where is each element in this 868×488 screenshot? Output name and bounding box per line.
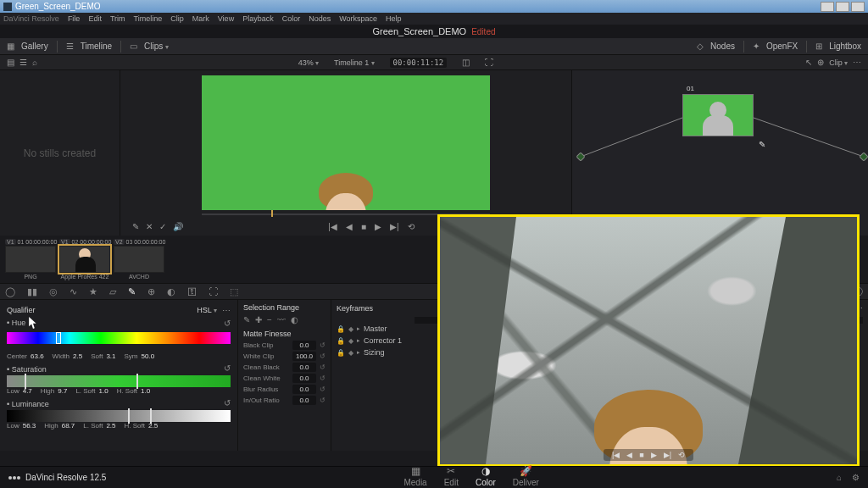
nodes-toggle[interactable]: Nodes (710, 42, 735, 51)
node-clip-dropdown[interactable]: Clip (829, 58, 848, 67)
blur-icon[interactable]: ◐ (167, 286, 175, 297)
list-view-icon[interactable]: ☰ (19, 58, 27, 67)
lightbox-icon[interactable]: ⊞ (815, 42, 822, 51)
timeline-dropdown[interactable]: Timeline 1 (334, 58, 374, 67)
menu-edit[interactable]: Edit (88, 14, 102, 23)
saturation-strip[interactable] (7, 375, 231, 387)
viewer-reject-icon[interactable]: ✕ (146, 222, 153, 231)
star-icon[interactable]: ★ (89, 286, 97, 297)
menu-color[interactable]: Color (282, 14, 301, 23)
openfx-icon[interactable]: ✦ (753, 42, 760, 51)
pv-play-icon[interactable]: ▶ (651, 451, 657, 459)
finesse-white-clip[interactable]: White Clip100.0↺ (243, 352, 326, 361)
first-frame-icon[interactable]: |◀ (328, 222, 337, 231)
prev-frame-icon[interactable]: ◀ (346, 222, 353, 231)
menu-help[interactable]: Help (386, 14, 402, 23)
stills-view-icon[interactable]: ▤ (7, 58, 14, 67)
hue-reset-icon[interactable]: ↺ (224, 319, 231, 328)
clip-thumb-02[interactable]: V10200:00:00:00 Apple ProRes 422 (59, 237, 110, 281)
tracker-icon[interactable]: ⊕ (147, 286, 155, 297)
lightbox-toggle[interactable]: Lightbox (829, 42, 861, 51)
node-options-icon[interactable]: ⋯ (853, 58, 861, 67)
viewer-expand-icon[interactable]: ⛶ (485, 58, 493, 67)
mute-icon[interactable]: 🔊 (173, 222, 183, 231)
sizing-icon[interactable]: ⛶ (209, 286, 218, 297)
node-01[interactable]: 01 (682, 94, 754, 136)
pv-loop-icon[interactable]: ⟲ (678, 451, 685, 459)
menu-playback[interactable]: Playback (242, 14, 274, 23)
nodes-icon[interactable]: ◇ (697, 42, 704, 51)
node-graph-panel[interactable]: 01 ✎ (571, 70, 868, 236)
curves-icon[interactable]: ∿ (70, 286, 77, 297)
qualifier-options-icon[interactable]: ⋯ (222, 306, 231, 315)
search-icon[interactable]: ⌕ (32, 58, 37, 67)
finesse-in-out-ratio[interactable]: In/Out Ratio0.0↺ (243, 396, 326, 405)
node-edit-icon[interactable]: ✎ (759, 140, 765, 149)
3d-icon[interactable]: ⬚ (230, 286, 238, 297)
timeline-toggle[interactable]: Timeline (81, 42, 112, 51)
menu-clip[interactable]: Clip (170, 14, 184, 23)
eyedropper-minus-icon[interactable]: − (267, 315, 272, 324)
pv-prev-icon[interactable]: ◀ (626, 451, 632, 459)
wheels-icon[interactable]: ◯ (5, 286, 15, 297)
playhead[interactable] (271, 210, 273, 217)
menu-timeline[interactable]: Timeline (134, 14, 163, 23)
hue-strip[interactable] (7, 332, 231, 349)
close-window-button[interactable] (851, 2, 865, 12)
clips-icon[interactable]: ▭ (130, 42, 137, 51)
menu-mark[interactable]: Mark (192, 14, 209, 23)
arrow-icon[interactable]: ↖ (805, 58, 812, 67)
curves-target-icon[interactable]: ◎ (49, 286, 58, 297)
viewer-accept-icon[interactable]: ✓ (159, 222, 166, 231)
qualifier-mode[interactable]: HSL (197, 306, 217, 314)
viewer-dualbtn-icon[interactable]: ◫ (462, 58, 470, 67)
minimize-button[interactable] (821, 2, 834, 12)
invert-icon[interactable]: ◐ (291, 315, 298, 324)
next-frame-icon[interactable]: ▶| (390, 222, 399, 231)
viewer-timecode[interactable]: 00:00:11:12 (390, 58, 448, 68)
clip-thumb-03[interactable]: V20300:00:00:00 AVCHD (114, 237, 164, 281)
play-icon[interactable]: ▶ (375, 222, 381, 231)
eyedropper-plus-icon[interactable]: ✚ (255, 315, 262, 324)
menu-davinci-resolve[interactable]: DaVinci Resolve (3, 14, 59, 23)
menu-file[interactable]: File (68, 14, 81, 23)
menu-trim[interactable]: Trim (110, 14, 125, 23)
sat-reset-icon[interactable]: ↺ (224, 363, 231, 375)
clip-thumb-01[interactable]: V10100:00:00:00 PNG (5, 237, 56, 281)
gallery-icon[interactable]: ▦ (7, 42, 14, 51)
finesse-blur-radius[interactable]: Blur Radius0.0↺ (243, 385, 326, 394)
viewer-zoom[interactable]: 43% (298, 58, 319, 67)
openfx-toggle[interactable]: OpenFX (766, 42, 798, 51)
menu-view[interactable]: View (218, 14, 234, 23)
bars-icon[interactable]: ▮▮ (27, 286, 37, 297)
stop-icon[interactable]: ■ (361, 222, 366, 231)
gallery-toggle[interactable]: Gallery (21, 42, 48, 51)
maximize-button[interactable] (836, 2, 849, 12)
page-color[interactable]: ◑Color (476, 465, 496, 488)
finesse-clean-black[interactable]: Clean Black0.0↺ (243, 363, 326, 372)
page-media[interactable]: ▦Media (403, 465, 426, 488)
key-icon[interactable]: ⚿ (187, 286, 197, 297)
loop-icon[interactable]: ⟲ (408, 222, 415, 231)
luminance-strip[interactable] (7, 410, 231, 422)
menu-workspace[interactable]: Workspace (339, 14, 377, 23)
lum-reset-icon[interactable]: ↺ (224, 398, 231, 410)
timeline-icon[interactable]: ☰ (66, 42, 74, 51)
viewer-image[interactable] (202, 75, 490, 210)
picker-icon[interactable]: ✎ (132, 222, 139, 231)
finesse-clean-white[interactable]: Clean White0.0↺ (243, 374, 326, 383)
clips-dropdown[interactable]: Clips (144, 42, 168, 51)
eyedropper-icon[interactable]: ✎ (243, 315, 250, 324)
menu-nodes[interactable]: Nodes (309, 14, 331, 23)
finesse-black-clip[interactable]: Black Clip0.0↺ (243, 341, 326, 350)
tool-a-icon[interactable]: ⊕ (817, 58, 824, 67)
window-icon[interactable]: ▱ (109, 286, 116, 297)
home-icon[interactable]: ⌂ (837, 473, 842, 482)
settings-gear-icon[interactable]: ⚙ (852, 473, 860, 482)
page-deliver[interactable]: 🚀Deliver (513, 465, 539, 488)
feather-icon[interactable]: 〰 (277, 315, 286, 324)
pv-stop-icon[interactable]: ■ (639, 451, 643, 459)
pv-first-icon[interactable]: |◀ (612, 451, 620, 459)
qualifier-tool-icon[interactable]: ✎ (128, 286, 136, 297)
page-edit[interactable]: ✂Edit (444, 465, 459, 488)
